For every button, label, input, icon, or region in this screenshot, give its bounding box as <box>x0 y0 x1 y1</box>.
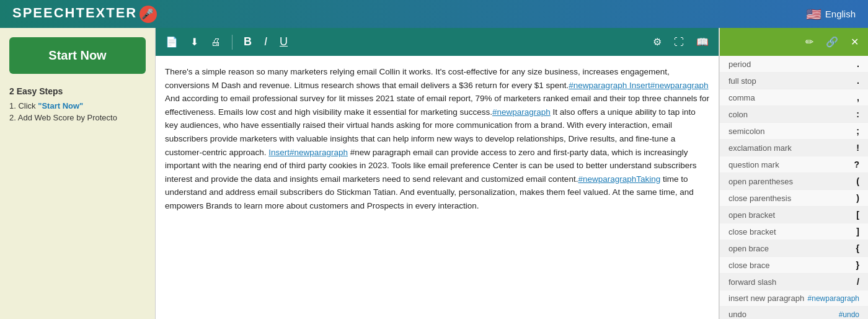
shortcut-row[interactable]: undo#undo <box>720 307 868 319</box>
close-icon[interactable]: ✕ <box>848 34 862 50</box>
right-panel-toolbar: ✏ 🔗 ✕ <box>720 28 868 56</box>
shortcut-row[interactable]: comma, <box>720 89 868 106</box>
shortcut-label: exclamation mark <box>728 143 792 153</box>
shortcut-row[interactable]: insert new paragraph#newparagraph <box>720 290 868 307</box>
shortcut-label: close bracket <box>728 227 776 236</box>
shortcut-value: . <box>857 76 859 86</box>
shortcut-label: undo <box>728 310 746 319</box>
shortcut-row[interactable]: close bracket] <box>720 223 868 240</box>
link-icon[interactable]: 🔗 <box>823 34 841 50</box>
shortcut-row[interactable]: exclamation mark! <box>720 140 868 156</box>
step2: 2. Add Web Score by Protecto <box>9 113 146 122</box>
app-title: SPEECHTEXTER🎤 <box>12 5 157 23</box>
italic-button[interactable]: I <box>260 33 271 51</box>
newparagraph-link-4[interactable]: #newparagraphTaking <box>578 174 660 184</box>
flag-icon: 🇺🇸 <box>806 7 822 22</box>
mic-icon: 🎤 <box>140 6 157 23</box>
shortcut-value: ( <box>856 176 859 186</box>
toolbar-divider <box>232 35 232 50</box>
shortcut-value: { <box>856 243 859 253</box>
shortcut-row[interactable]: open bracket[ <box>720 207 868 223</box>
shortcut-row[interactable]: close brace} <box>720 257 868 274</box>
shortcut-value: } <box>856 260 859 270</box>
editor-toolbar: 📄 ⬇ 🖨 B I U ⚙ ⛶ 📖 <box>156 28 719 56</box>
edit-icon[interactable]: ✏ <box>802 34 817 50</box>
shortcut-value: / <box>857 277 859 287</box>
step1: 1. Click "Start Now" <box>9 101 146 110</box>
shortcut-label: full stop <box>728 76 756 86</box>
bold-button[interactable]: B <box>240 33 255 51</box>
settings-icon[interactable]: ⚙ <box>649 34 665 50</box>
shortcut-label: question mark <box>728 160 779 169</box>
book-icon[interactable]: 📖 <box>693 34 712 50</box>
title-text: SPEECHTEXTER <box>12 5 137 20</box>
shortcut-label: insert new paragraph <box>728 294 804 303</box>
shortcut-value: . <box>857 59 859 69</box>
shortcut-label: colon <box>728 110 748 119</box>
shortcut-value: : <box>856 109 859 119</box>
shortcut-value: ! <box>856 143 859 153</box>
newparagraph-link-1[interactable]: #newparagraph Insert#newparagraph <box>569 81 708 90</box>
shortcut-row[interactable]: open brace{ <box>720 240 868 257</box>
shortcut-row[interactable]: close parenthesis) <box>720 190 868 207</box>
shortcut-label: period <box>728 60 751 69</box>
shortcut-row[interactable]: question mark? <box>720 156 868 173</box>
shortcut-label: close brace <box>728 261 769 270</box>
shortcut-value: #newparagraph <box>808 294 859 303</box>
shortcut-value: ] <box>856 227 859 236</box>
shortcut-value: [ <box>856 210 859 220</box>
newparagraph-link-3[interactable]: Insert#newparagraph <box>268 148 348 157</box>
shortcut-row[interactable]: colon: <box>720 106 868 123</box>
new-document-icon[interactable]: 📄 <box>162 34 182 50</box>
start-now-button[interactable]: Start Now <box>9 37 146 74</box>
header: SPEECHTEXTER🎤 🇺🇸 English <box>0 0 868 28</box>
right-panel: ✏ 🔗 ✕ period.full stop.comma,colon:semic… <box>719 28 868 319</box>
language-label: English <box>825 9 856 19</box>
shortcut-row[interactable]: period. <box>720 56 868 73</box>
shortcut-value: ? <box>854 160 859 169</box>
language-selector[interactable]: 🇺🇸 English <box>806 7 856 22</box>
steps-title: 2 Easy Steps <box>9 86 146 96</box>
fullscreen-icon[interactable]: ⛶ <box>670 34 688 50</box>
shortcut-label: semicolon <box>728 127 765 136</box>
newparagraph-link-2[interactable]: #newparagraph <box>492 107 551 117</box>
main-layout: Start Now 2 Easy Steps 1. Click "Start N… <box>0 28 868 319</box>
shortcut-value: ; <box>856 126 859 136</box>
shortcut-row[interactable]: open parentheses( <box>720 173 868 190</box>
shortcut-label: open bracket <box>728 210 775 220</box>
shortcut-value: ) <box>856 193 859 203</box>
print-icon[interactable]: 🖨 <box>207 34 224 50</box>
start-now-link[interactable]: "Start Now" <box>38 101 83 110</box>
editor-container: 📄 ⬇ 🖨 B I U ⚙ ⛶ 📖 There's a simple reaso… <box>155 28 719 319</box>
shortcut-label: forward slash <box>728 277 776 287</box>
shortcut-label: open brace <box>728 244 769 253</box>
shortcut-value: #undo <box>839 310 859 319</box>
shortcut-label: open parentheses <box>728 177 793 186</box>
shortcut-value: , <box>857 92 859 102</box>
shortcut-label: close parenthesis <box>728 194 791 203</box>
underline-button[interactable]: U <box>276 33 291 51</box>
shortcut-row[interactable]: full stop. <box>720 73 868 89</box>
shortcut-row[interactable]: semicolon; <box>720 123 868 140</box>
download-icon[interactable]: ⬇ <box>187 34 202 50</box>
shortcut-label: comma <box>728 93 755 102</box>
sidebar: Start Now 2 Easy Steps 1. Click "Start N… <box>0 28 155 319</box>
editor-content[interactable]: There's a simple reason so many marketer… <box>156 56 719 319</box>
shortcut-row[interactable]: forward slash/ <box>720 274 868 290</box>
shortcuts-list: period.full stop.comma,colon:semicolon;e… <box>720 56 868 319</box>
